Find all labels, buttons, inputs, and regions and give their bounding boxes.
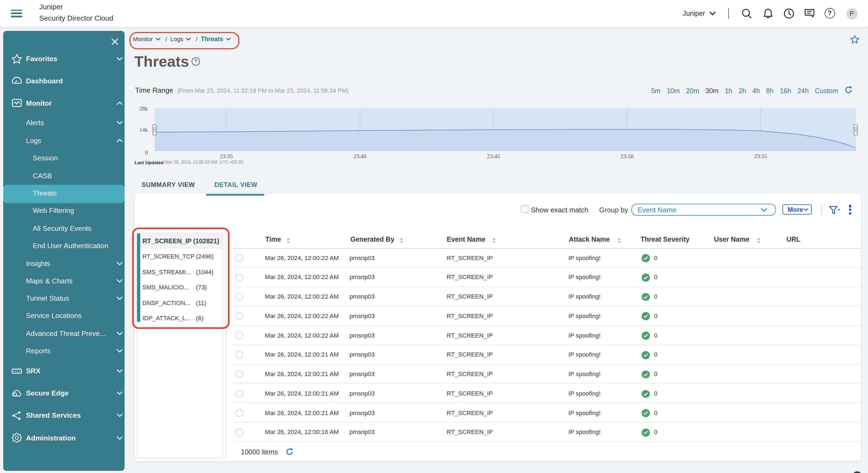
svg-text:14k: 14k	[140, 126, 148, 133]
svg-text:23:35: 23:35	[220, 153, 233, 159]
svg-text:28k: 28k	[140, 106, 148, 112]
svg-text:23:40: 23:40	[353, 153, 366, 159]
svg-text:23:45: 23:45	[487, 153, 500, 159]
svg-text:23:50: 23:50	[621, 153, 633, 159]
svg-text:0: 0	[145, 149, 148, 156]
svg-text:23:55: 23:55	[754, 153, 767, 159]
